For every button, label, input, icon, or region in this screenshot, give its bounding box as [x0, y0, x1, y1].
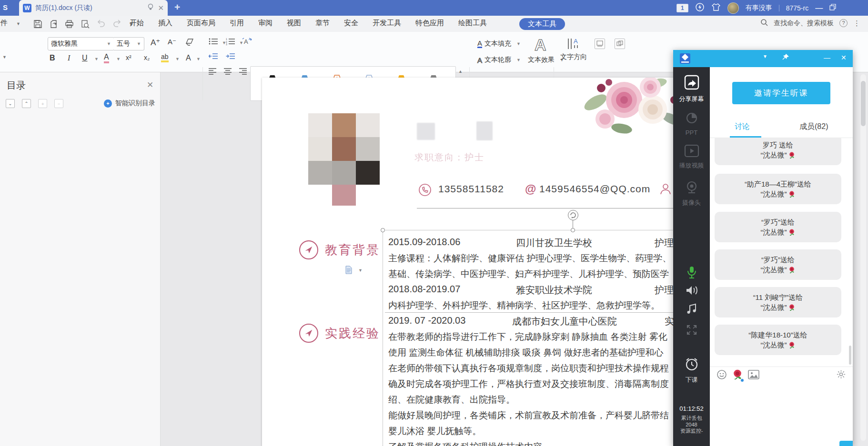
font-name-select[interactable]: 微软雅黑▼ — [48, 37, 114, 50]
selection-handle-topcenter[interactable] — [571, 228, 575, 232]
menu-drawing-tools[interactable]: 绘图工具 — [458, 19, 487, 28]
toc-zoom-out-icon[interactable]: － — [54, 99, 63, 108]
command-search-input[interactable]: 查找命令、搜索模板 — [774, 19, 834, 28]
number-list-icon[interactable]: 123 — [226, 38, 235, 45]
menu-page-layout[interactable]: 页面布局 — [187, 19, 215, 28]
file-menu-chevron-icon[interactable]: ▼ — [16, 21, 20, 26]
smart-toc-button[interactable]: ✦ 智能识别目录 — [104, 99, 155, 108]
undo-icon[interactable] — [96, 20, 106, 28]
user-name[interactable]: 有事没事 — [746, 4, 772, 12]
bullet-list-icon[interactable] — [209, 38, 218, 45]
align-center-icon[interactable] — [224, 68, 232, 75]
text-outline-button[interactable]: A 文本轮廓▼ — [477, 56, 521, 64]
chat-scrollbar-thumb[interactable] — [849, 346, 851, 365]
object-anchor-dropdown-icon[interactable]: ▼ — [358, 268, 363, 273]
panel-close-icon[interactable]: ✕ — [841, 54, 847, 61]
gallery-up-icon[interactable]: ▲ — [458, 69, 463, 74]
invite-students-button[interactable]: 邀请学生听课 — [732, 82, 830, 104]
paste-dropdown-fragment-icon[interactable]: ▼ — [2, 55, 7, 59]
share-screen-button[interactable]: 分享屏幕 — [673, 74, 710, 103]
menu-view[interactable]: 视图 — [287, 19, 301, 28]
align-right-icon[interactable] — [239, 68, 247, 75]
fullscreen-button[interactable] — [673, 324, 710, 337]
panel-pin-icon[interactable] — [782, 53, 789, 62]
shape-tool-icon-2[interactable] — [615, 39, 625, 49]
text-fill-button[interactable]: A 文本填充▼ — [477, 40, 521, 48]
toc-expand-all-icon[interactable]: ⌄ — [6, 99, 15, 108]
decrease-font-icon[interactable]: A⁻ — [168, 38, 176, 46]
selection-handle-topleft[interactable] — [381, 228, 385, 232]
toc-collapse-all-icon[interactable]: ⌃ — [22, 99, 31, 108]
microphone-button[interactable] — [673, 266, 710, 280]
char-scale-icon[interactable]: A — [242, 38, 252, 45]
italic-icon[interactable]: I — [68, 54, 70, 62]
more-options-icon[interactable]: ⋮ — [853, 19, 860, 28]
menu-section[interactable]: 章节 — [315, 19, 330, 28]
decrease-indent-icon[interactable] — [209, 53, 218, 60]
chat-input-area[interactable] — [710, 384, 853, 441]
new-tab-button[interactable]: + — [174, 1, 180, 13]
panel-dropdown-icon[interactable]: ▼ — [763, 54, 767, 59]
underline-icon[interactable]: U — [82, 54, 88, 62]
menu-special-apps[interactable]: 特色应用 — [415, 19, 444, 28]
highlight-color-icon[interactable]: ab — [161, 53, 169, 62]
energy-icon[interactable] — [695, 2, 705, 14]
print-icon[interactable] — [65, 20, 74, 29]
selection-border-left[interactable] — [383, 230, 383, 446]
tab-members[interactable]: 成员(82) — [799, 122, 828, 132]
tab-close-icon[interactable]: ✕ — [158, 4, 164, 12]
menu-review[interactable]: 审阅 — [258, 19, 273, 28]
menu-security[interactable]: 安全 — [344, 19, 358, 28]
send-rose-icon[interactable] — [732, 369, 743, 382]
shape-tool-icon-1[interactable] — [595, 39, 605, 49]
wps-logo-fragment[interactable]: S — [3, 3, 8, 11]
music-button[interactable] — [673, 303, 710, 317]
text-direction-button[interactable]: A 文字方向 — [560, 37, 587, 61]
underline-dropdown-icon[interactable]: ▼ — [94, 57, 99, 61]
subscript-icon[interactable]: x₂ — [144, 54, 150, 61]
char-border-icon[interactable]: A — [186, 54, 191, 62]
emoji-icon[interactable] — [717, 369, 727, 382]
document-scrollbar-track[interactable] — [860, 74, 866, 441]
clear-format-icon[interactable] — [185, 38, 194, 46]
export-icon[interactable] — [49, 20, 58, 29]
font-color-dropdown-icon[interactable]: ▼ — [116, 57, 121, 61]
tab-discussion[interactable]: 讨论 — [735, 122, 750, 132]
menu-references[interactable]: 引用 — [230, 19, 244, 28]
object-anchor-icon[interactable] — [345, 266, 353, 276]
toc-close-icon[interactable]: ✕ — [147, 80, 153, 90]
increase-indent-icon[interactable] — [226, 53, 235, 60]
menu-insert[interactable]: 插入 — [158, 19, 172, 28]
tab-text-tools-active[interactable]: 文本工具 — [519, 18, 565, 30]
toc-zoom-in-icon[interactable]: ＋ — [38, 99, 47, 108]
font-color-icon[interactable]: A — [104, 53, 109, 63]
redo-icon[interactable] — [112, 20, 122, 28]
superscript-icon[interactable]: x² — [126, 54, 131, 61]
bold-icon[interactable]: B — [50, 54, 55, 62]
chat-message-list[interactable]: 罗巧 送给 “沈丛微” “助产18—4王柳”送给 “沈丛微” “罗巧”送给 “沈… — [710, 138, 853, 367]
align-left-icon[interactable] — [209, 68, 216, 75]
ppt-button[interactable]: PPT — [673, 111, 710, 136]
increase-font-icon[interactable]: A⁺ — [151, 38, 160, 48]
send-image-icon[interactable] — [748, 370, 759, 381]
selection-border-top[interactable] — [383, 230, 686, 230]
end-class-button[interactable]: 下课 — [673, 357, 710, 384]
menu-dev-tools[interactable]: 开发工具 — [373, 19, 401, 28]
highlight-dropdown-icon[interactable]: ▼ — [175, 57, 180, 61]
tab-lightbulb-icon[interactable] — [147, 3, 154, 13]
doc-count-badge[interactable]: 1 — [676, 4, 688, 12]
skin-shirt-icon[interactable] — [711, 2, 721, 14]
text-effect-button[interactable]: 文本效果▼ — [528, 56, 564, 64]
rotate-handle[interactable] — [568, 210, 578, 220]
menu-home[interactable]: 开始 — [130, 19, 144, 28]
document-tab[interactable]: W 简历(1).docx (只读) ✕ — [19, 0, 168, 16]
font-size-select[interactable]: 五号▼ — [114, 37, 144, 50]
play-video-button[interactable]: 播放视频 — [673, 144, 710, 170]
print-preview-icon[interactable] — [81, 20, 90, 29]
chat-settings-gear-icon[interactable] — [836, 369, 846, 381]
speaker-button[interactable] — [673, 285, 710, 297]
document-scrollbar-thumb[interactable] — [861, 81, 866, 126]
window-minimize-icon[interactable]: — — [815, 4, 823, 12]
help-icon[interactable]: ? — [839, 19, 848, 27]
save-icon[interactable] — [33, 20, 42, 29]
